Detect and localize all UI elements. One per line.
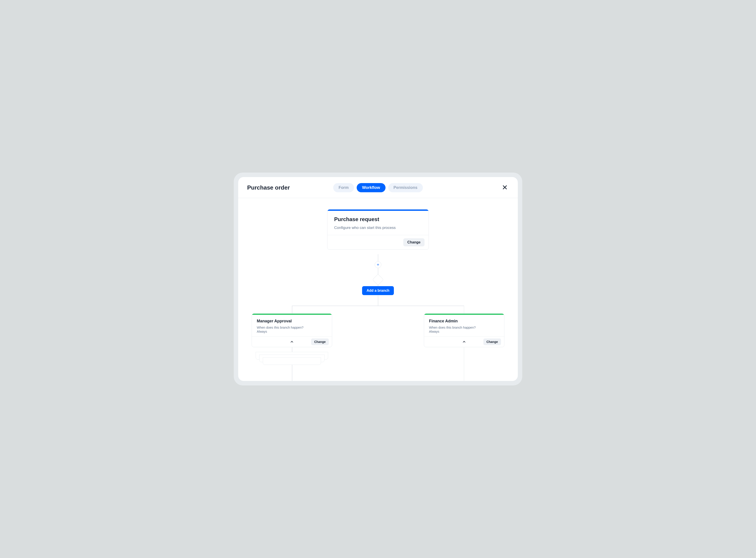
- start-card-subtitle: Configure who can start this process: [334, 226, 422, 230]
- card-body: Finance Admin When does this branch happ…: [424, 315, 504, 336]
- start-card-title: Purchase request: [334, 216, 422, 223]
- branch-card-manager-approval[interactable]: Manager Approval When does this branch h…: [252, 313, 332, 347]
- tabs: Form Workflow Permissions: [333, 183, 423, 192]
- close-icon: [502, 184, 508, 191]
- collapse-toggle[interactable]: [462, 339, 466, 344]
- branch-title: Finance Admin: [429, 319, 499, 324]
- tab-form[interactable]: Form: [333, 183, 354, 192]
- chevron-up-icon: [290, 339, 294, 344]
- stack-layer: [263, 357, 321, 365]
- branch-answer: Always: [257, 330, 327, 333]
- card-body: Manager Approval When does this branch h…: [252, 315, 332, 336]
- add-branch-button[interactable]: Add a branch: [362, 286, 394, 295]
- change-button[interactable]: Change: [483, 338, 501, 345]
- connector-line: [378, 296, 378, 306]
- collapse-toggle[interactable]: [290, 339, 294, 344]
- card-body: Purchase request Configure who can start…: [327, 211, 429, 235]
- page-title: Purchase order: [247, 184, 290, 191]
- branch-question: When does this branch happen?: [429, 326, 499, 329]
- decision-node[interactable]: [372, 274, 384, 285]
- tab-workflow[interactable]: Workflow: [357, 183, 386, 192]
- workflow-editor: Purchase order Form Workflow Permissions…: [238, 177, 518, 381]
- plus-icon: [376, 263, 380, 266]
- start-node-card[interactable]: Purchase request Configure who can start…: [327, 209, 429, 250]
- diamond-icon: [372, 274, 384, 285]
- tab-permissions[interactable]: Permissions: [388, 183, 423, 192]
- chevron-up-icon: [462, 339, 466, 344]
- change-button[interactable]: Change: [403, 238, 424, 246]
- workflow-canvas: Purchase request Configure who can start…: [238, 198, 518, 381]
- branch-question: When does this branch happen?: [257, 326, 327, 329]
- card-footer: Change: [252, 336, 332, 347]
- card-footer: Change: [424, 336, 504, 347]
- connector-line: [292, 306, 464, 306]
- header: Purchase order Form Workflow Permissions: [238, 177, 518, 198]
- close-button[interactable]: [501, 183, 509, 192]
- branch-title: Manager Approval: [257, 319, 327, 324]
- card-footer: Change: [327, 235, 429, 250]
- add-node-button[interactable]: [375, 261, 381, 268]
- branch-card-finance-admin[interactable]: Finance Admin When does this branch happ…: [424, 313, 504, 347]
- change-button[interactable]: Change: [311, 338, 329, 345]
- branch-answer: Always: [429, 330, 499, 333]
